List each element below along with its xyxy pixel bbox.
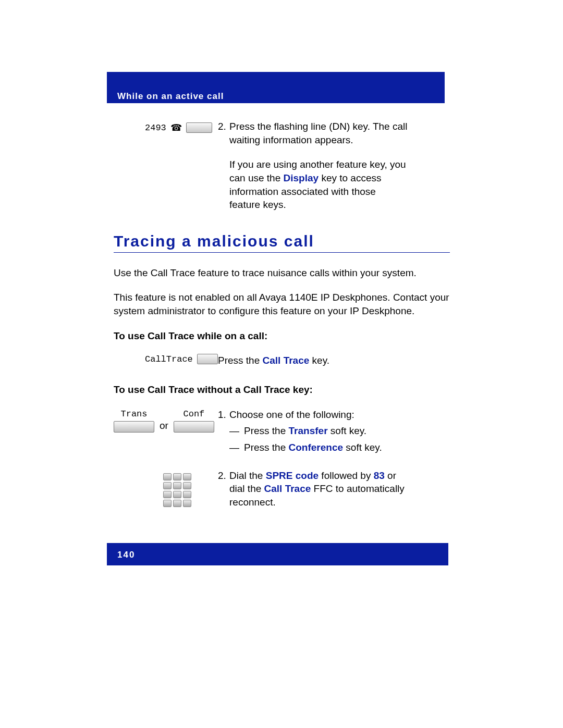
step-press-dn-key: 2493 ☎ 2.Press the flashing line (DN) ke… [114,120,450,212]
step-number: 2. [218,469,229,483]
text: dial the [229,483,264,494]
text: followed by [319,470,374,481]
text: Press the [218,355,263,366]
step-dial-spre: 2.Dial the SPRE code followed by 83 or d… [114,469,450,509]
step-choose-softkey: Trans or Conf 1.Choose one of the follow… [114,408,450,454]
conf-label: Conf [183,409,205,419]
text: soft key. [343,442,382,453]
display-key-label: Display [284,172,319,183]
calltrace-key-label: Call Trace [263,355,310,366]
calltrace-key-icon: CallTrace [145,354,218,364]
calltrace-button-icon [197,354,218,364]
footer-bar [107,543,448,565]
code-83-label: 83 [374,470,385,481]
text: If you are using another feature key, yo… [229,158,450,171]
text: can use the Display key to access [229,171,450,185]
paragraph: Use the Call Trace feature to trace nuis… [114,266,450,280]
line-key-button-icon [186,122,212,133]
text: key to access [319,172,381,183]
text: can use the [229,172,284,183]
transfer-key-label: Transfer [289,425,328,436]
text: waiting information appears. [229,133,450,147]
softkey-button-icon [114,421,154,433]
paragraph: This feature is not enabled on all Avaya… [114,291,450,317]
document-page: While on an active call 2493 ☎ 2.Press t… [0,0,563,728]
step-number: 2. [218,120,229,133]
sub-heading: To use Call Trace while on a call: [114,329,450,343]
text: Press the [244,425,289,436]
trans-softkey-icon: Trans [114,409,154,433]
section-title: Tracing a malicious call [114,232,450,253]
page-body: 2493 ☎ 2.Press the flashing line (DN) ke… [114,120,450,509]
conference-key-label: Conference [289,442,344,453]
header-title: While on an active call [117,91,224,102]
step-number: 1. [218,408,229,422]
or-text: or [160,420,168,431]
text: Press the [244,442,289,453]
step-press-calltrace: CallTrace Press the Call Trace key. [114,354,450,367]
text: Choose one of the following: [229,409,354,420]
text: Press the flashing line (DN) key. The ca… [229,121,407,132]
text: soft key. [328,425,367,436]
conf-softkey-icon: Conf [174,409,214,433]
dn-number: 2493 [145,123,166,133]
calltrace-ffc-label: Call Trace [264,483,311,494]
text: or [385,470,396,481]
spre-code-label: SPRE code [266,470,319,481]
text: Dial the [229,470,266,481]
dash-icon: — [229,441,244,454]
page-number: 140 [117,550,135,560]
text: FFC to automatically [311,483,405,494]
softkey-button-icon [174,421,214,433]
text: information associated with those [229,185,450,199]
option-conference: —Press the Conference soft key. [229,441,450,454]
text: dial the Call Trace FFC to automatically [229,482,450,496]
option-transfer: —Press the Transfer soft key. [229,424,450,438]
text: key. [309,355,329,366]
dialpad-icon [163,473,218,507]
dash-icon: — [229,424,244,438]
trans-conf-icon: Trans or Conf [114,409,218,433]
calltrace-label: CallTrace [145,354,193,364]
phone-icon: ☎ [170,122,182,133]
text: feature keys. [229,198,450,212]
sub-heading: To use Call Trace without a Call Trace k… [114,383,450,397]
line-key-icon: 2493 ☎ [145,122,218,133]
trans-label: Trans [120,409,147,419]
text: reconnect. [229,496,450,509]
